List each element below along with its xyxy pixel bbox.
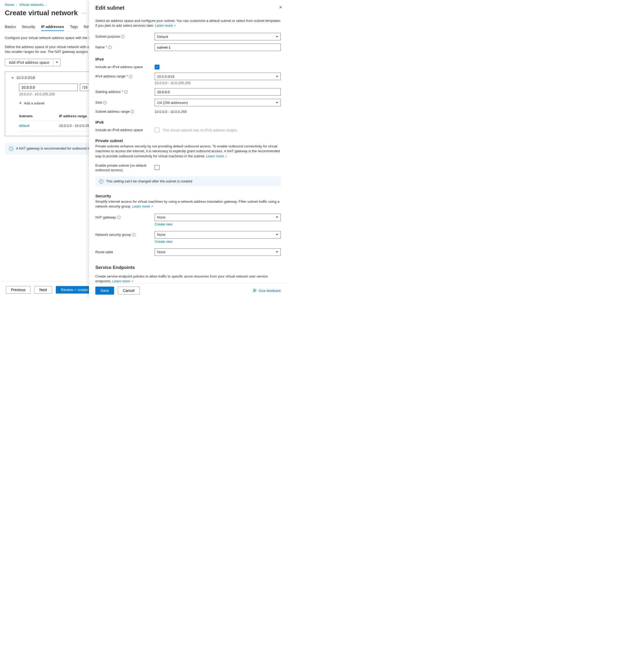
create-new-nat[interactable]: Create new xyxy=(155,222,281,226)
edit-subnet-panel: Edit subnet ✕ Select an address space an… xyxy=(89,0,287,298)
info-icon[interactable]: i xyxy=(132,233,135,236)
hdr-ipv4: IPv4 xyxy=(96,57,281,61)
se-learn-more[interactable]: Learn more ↗ xyxy=(113,279,133,283)
chevron-down-icon xyxy=(276,251,278,253)
private-info-banner: i This setting can't be changed after th… xyxy=(96,176,281,186)
ipv4-range-select[interactable]: 10.0.0.0/16 xyxy=(155,73,281,80)
save-button[interactable]: Save xyxy=(96,287,114,295)
close-icon[interactable]: ✕ xyxy=(279,5,282,10)
starting-address-input[interactable] xyxy=(155,88,281,96)
lbl-include-ipv6: Include an IPv6 address space xyxy=(96,128,143,132)
desc-service-endpoints: Create service endpoint policies to allo… xyxy=(96,274,281,284)
desc-security: Simplify internet access for virtual mac… xyxy=(96,199,281,209)
hint-ipv6: This virtual network has no IPv6 address… xyxy=(163,128,238,132)
info-icon[interactable]: i xyxy=(131,110,134,114)
chevron-down-icon xyxy=(276,217,278,218)
subnet-default-link[interactable]: default xyxy=(19,124,29,128)
lbl-size: Size xyxy=(96,100,102,105)
external-link-icon: ↗ xyxy=(151,205,153,208)
chevron-up-icon[interactable] xyxy=(12,77,14,78)
info-icon[interactable]: i xyxy=(117,216,120,219)
lbl-include-ipv4: Include an IPv4 address space xyxy=(96,65,143,70)
tab-tags[interactable]: Tags xyxy=(70,25,78,31)
chevron-down-icon xyxy=(276,76,278,77)
hdr-private-subnet: Private subnet xyxy=(96,138,281,143)
subnet-range: 10.0.0.0 - 10.0.0.25 xyxy=(59,124,89,128)
route-table-select[interactable]: None xyxy=(155,248,281,256)
info-icon[interactable]: i xyxy=(121,35,125,39)
tab-basics[interactable]: Basics xyxy=(5,25,16,31)
breadcrumb-vnets[interactable]: Virtual networks xyxy=(19,3,44,7)
hdr-ipv6: IPv6 xyxy=(96,120,281,125)
space-cidr: 10.0.0.0/16 xyxy=(16,76,35,80)
lbl-subnet-range: Subnet address range xyxy=(96,109,130,114)
page-title: Create virtual network xyxy=(5,9,78,17)
desc-private-subnet: Private subnets enhance security by not … xyxy=(96,144,281,159)
chevron-down-icon xyxy=(276,36,278,38)
add-ipv4-split[interactable] xyxy=(53,59,60,66)
review-create-button[interactable]: Review + create xyxy=(56,286,93,294)
panel-desc: Select an address space and configure yo… xyxy=(96,18,281,28)
feedback-icon xyxy=(253,289,257,293)
plus-icon: + xyxy=(19,100,22,106)
external-link-icon: ↗ xyxy=(174,24,176,27)
info-icon[interactable]: i xyxy=(108,46,112,49)
external-link-icon: ↗ xyxy=(131,280,133,283)
more-icon[interactable]: ··· xyxy=(82,10,86,16)
lbl-nsg: Network security group xyxy=(96,233,131,237)
chevron-down-icon xyxy=(276,234,278,235)
tab-ip-addresses[interactable]: IP addresses xyxy=(41,25,64,31)
priv-learn-more[interactable]: Learn more ↗ xyxy=(206,154,227,158)
info-icon[interactable]: i xyxy=(129,75,132,78)
space-range: 10.0.0.0 - 10.0.255.255 xyxy=(19,92,55,96)
svg-point-0 xyxy=(253,289,255,291)
col-subnets: Subnets xyxy=(19,114,59,118)
space-prefix-select[interactable]: /16 xyxy=(80,84,90,91)
hdr-service-endpoints: Service Endpoints xyxy=(96,265,281,270)
info-icon[interactable]: i xyxy=(103,101,106,104)
next-button[interactable]: Next xyxy=(34,286,52,294)
hdr-security: Security xyxy=(96,194,281,198)
subnet-range-value: 10.0.0.0 - 10.0.0.255 xyxy=(155,110,281,114)
breadcrumb-home[interactable]: Home xyxy=(5,3,14,7)
add-ipv4-space-button[interactable]: Add IPv4 address space xyxy=(5,59,61,66)
subnet-name-input[interactable] xyxy=(155,44,281,51)
size-select[interactable]: /24 (256 addresses) xyxy=(155,99,281,106)
give-feedback-link[interactable]: Give feedback xyxy=(253,289,281,293)
nsg-select[interactable]: None xyxy=(155,231,281,238)
create-new-nsg[interactable]: Create new xyxy=(155,239,281,244)
lbl-enable-private: Enable private subnet (no default outbou… xyxy=(96,163,155,173)
panel-title: Edit subnet xyxy=(96,5,281,11)
info-icon: i xyxy=(99,179,103,184)
chevron-down-icon xyxy=(276,102,278,103)
lbl-nat-gateway: NAT gateway xyxy=(96,215,116,220)
space-ip-input[interactable] xyxy=(19,84,78,91)
subnet-purpose-select[interactable]: Default xyxy=(155,33,281,40)
cancel-button[interactable]: Cancel xyxy=(118,287,140,295)
sec-learn-more[interactable]: Learn more ↗ xyxy=(132,204,153,208)
include-ipv6-checkbox xyxy=(155,128,159,132)
tab-security[interactable]: Security xyxy=(21,25,35,31)
chevron-down-icon xyxy=(56,62,58,63)
lbl-ipv4-range: IPv4 address range xyxy=(96,74,126,79)
previous-button[interactable]: Previous xyxy=(6,286,30,294)
enable-private-checkbox[interactable] xyxy=(155,165,159,170)
info-icon: i xyxy=(9,147,13,151)
panel-learn-more[interactable]: Learn more ↗ xyxy=(155,24,176,28)
col-range: IP address range xyxy=(59,114,87,118)
nat-gateway-select[interactable]: None xyxy=(155,214,281,221)
include-ipv4-checkbox[interactable]: ✓ xyxy=(155,64,159,70)
info-icon[interactable]: i xyxy=(124,90,128,94)
external-link-icon: ↗ xyxy=(225,155,227,158)
panel-footer: Save Cancel Give feedback xyxy=(89,283,287,298)
lbl-route-table: Route table xyxy=(96,250,113,254)
lbl-name: Name xyxy=(96,45,105,50)
lbl-purpose: Subnet purpose xyxy=(96,34,120,39)
lbl-starting-address: Starting address xyxy=(96,90,121,94)
hint-ipv4-range: 10.0.0.0 - 10.0.255.255 xyxy=(155,81,281,85)
